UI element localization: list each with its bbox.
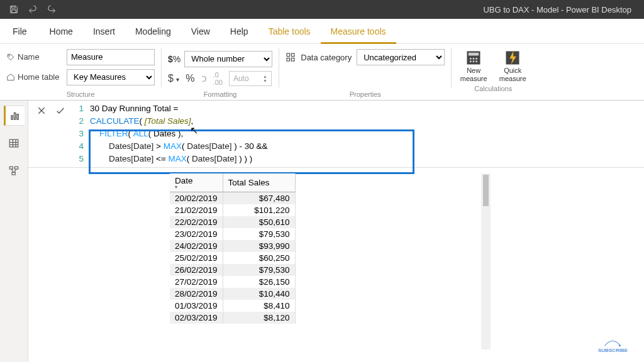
- table-row[interactable]: 21/02/2019$101,220: [170, 204, 295, 216]
- datatype-icon: $%: [168, 54, 180, 64]
- table-row[interactable]: 23/02/2019$79,530: [170, 228, 295, 240]
- group-label-structure: Structure: [6, 89, 155, 100]
- tab-file[interactable]: File: [0, 19, 40, 44]
- svg-rect-19: [9, 140, 18, 147]
- svg-rect-0: [12, 6, 15, 8]
- view-rail: [0, 101, 28, 362]
- svg-marker-31: [619, 344, 621, 346]
- svg-point-2: [9, 55, 10, 56]
- data-category-label: Data category: [301, 53, 352, 62]
- thousands-button[interactable]: ͻ: [201, 72, 207, 84]
- table-row[interactable]: 28/02/2019$10,440: [170, 288, 295, 300]
- svg-point-12: [470, 60, 472, 62]
- result-table: Date Total Sales 20/02/2019$67,48021/02/…: [170, 173, 299, 324]
- col-sales[interactable]: Total Sales: [223, 173, 295, 192]
- decimals-button[interactable]: .0.00: [213, 71, 223, 86]
- table-row[interactable]: 27/02/2019$26,150: [170, 276, 295, 288]
- svg-rect-6: [292, 58, 295, 61]
- tab-home[interactable]: Home: [40, 19, 83, 44]
- category-icon: [286, 52, 296, 62]
- table-row[interactable]: 24/02/2019$93,990: [170, 240, 295, 252]
- quick-measure-button[interactable]: Quick measure: [497, 49, 528, 83]
- svg-rect-18: [17, 114, 18, 119]
- save-button[interactable]: [5, 1, 23, 18]
- report-view-button[interactable]: [4, 106, 25, 126]
- group-label-formatting: Formatting: [168, 89, 272, 100]
- window-title: UBG to DAX - Model - Power BI Desktop: [60, 5, 644, 14]
- svg-rect-24: [9, 167, 13, 169]
- svg-point-11: [475, 58, 477, 60]
- decimal-places-input[interactable]: Auto▲▼: [229, 71, 272, 86]
- svg-rect-26: [12, 172, 15, 175]
- name-label: Name: [6, 52, 63, 62]
- percent-button[interactable]: %: [186, 73, 194, 84]
- data-view-button[interactable]: [4, 133, 24, 153]
- svg-rect-5: [287, 58, 290, 61]
- table-row[interactable]: 22/02/2019$50,610: [170, 216, 295, 228]
- svg-rect-3: [287, 53, 290, 57]
- tab-measure-tools[interactable]: Measure tools: [321, 19, 396, 44]
- ribbon-tabs: File Home Insert Modeling View Help Tabl…: [0, 19, 644, 44]
- svg-rect-4: [292, 53, 295, 57]
- tab-insert[interactable]: Insert: [83, 19, 125, 44]
- svg-rect-25: [15, 167, 18, 169]
- svg-point-13: [473, 60, 475, 62]
- svg-rect-1: [12, 10, 16, 13]
- tab-modeling[interactable]: Modeling: [125, 19, 181, 44]
- group-structure: Name Home table Key Measures Structure: [0, 44, 161, 100]
- ribbon-body: Name Home table Key Measures Structure $…: [0, 44, 644, 101]
- table-row[interactable]: 26/02/2019$79,530: [170, 264, 295, 276]
- group-properties: Data category Uncategorized Properties: [279, 44, 451, 100]
- mouse-cursor-icon: ↖: [190, 124, 198, 136]
- group-label-properties: Properties: [286, 89, 445, 100]
- redo-button[interactable]: [43, 1, 60, 18]
- svg-line-27: [11, 169, 13, 172]
- table-row[interactable]: 01/03/2019$8,410: [170, 300, 295, 312]
- table-row[interactable]: 20/02/2019$67,480: [170, 192, 295, 205]
- hometable-label: Home table: [6, 72, 63, 82]
- undo-button[interactable]: [24, 1, 42, 18]
- svg-rect-17: [14, 113, 15, 120]
- col-date[interactable]: Date: [170, 173, 223, 192]
- group-formatting: $% Whole number $ ▾ % ͻ .0.00 Auto▲▼ For…: [162, 44, 279, 100]
- svg-line-28: [14, 169, 16, 172]
- svg-point-10: [473, 58, 475, 60]
- formula-bar: 130 Day Running Total = 2CALCULATE( [Tot…: [28, 101, 644, 168]
- commit-formula-button[interactable]: [52, 102, 69, 119]
- canvas: 130 Day Running Total = 2CALCULATE( [Tot…: [28, 101, 644, 362]
- cancel-formula-button[interactable]: [33, 102, 50, 119]
- svg-rect-16: [11, 116, 13, 119]
- table-row[interactable]: 25/02/2019$60,250: [170, 252, 295, 264]
- datatype-select[interactable]: Whole number: [184, 51, 272, 67]
- group-calculations: New measure Quick measure Calculations: [452, 44, 535, 100]
- new-measure-button[interactable]: New measure: [458, 49, 489, 83]
- title-bar: UBG to DAX - Model - Power BI Desktop: [0, 0, 644, 19]
- svg-point-14: [475, 60, 477, 62]
- subscribe-hint: SUBSCRIBE: [598, 339, 628, 353]
- model-view-button[interactable]: [4, 161, 24, 181]
- data-category-select[interactable]: Uncategorized: [357, 49, 445, 65]
- vertical-scrollbar[interactable]: [481, 173, 491, 349]
- hometable-select[interactable]: Key Measures: [67, 69, 155, 85]
- tab-view[interactable]: View: [181, 19, 220, 44]
- group-label-calculations: Calculations: [458, 83, 528, 94]
- svg-rect-8: [469, 53, 479, 56]
- formula-editor[interactable]: 130 Day Running Total = 2CALCULATE( [Tot…: [74, 101, 644, 167]
- table-row[interactable]: 02/03/2019$8,120: [170, 312, 295, 324]
- currency-button[interactable]: $ ▾: [168, 73, 179, 84]
- quick-access-toolbar: [0, 1, 60, 18]
- svg-point-9: [470, 58, 472, 60]
- tab-help[interactable]: Help: [220, 19, 258, 44]
- tab-table-tools[interactable]: Table tools: [258, 19, 321, 44]
- name-input[interactable]: [67, 49, 155, 65]
